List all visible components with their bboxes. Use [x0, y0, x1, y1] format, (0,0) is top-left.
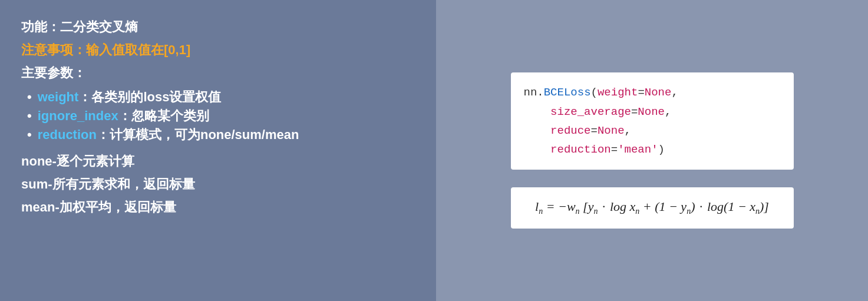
code-param1-val: None [645, 86, 672, 99]
code-funcname: BCELoss [544, 86, 591, 99]
code-indent3 [524, 124, 551, 137]
code-eq1: = [638, 86, 644, 99]
code-paren-close: ) [658, 143, 665, 156]
code-indent2 [524, 105, 551, 118]
code-eq4: = [611, 143, 618, 156]
param3-desc: ：计算模式，可为none/sum/mean [97, 126, 299, 144]
formula-block: ln = −wn [yn · log xn + (1 − yn) · log(1… [511, 187, 794, 228]
param3-line: • reduction ：计算模式，可为none/sum/mean [21, 126, 415, 144]
desc1: none-逐个元素计算 [21, 154, 134, 168]
function-value: 二分类交叉熵 [60, 19, 138, 34]
code-line3: reduce=None, [524, 121, 777, 140]
params-label-line: 主要参数： [21, 62, 415, 83]
note-value: 输入值取值在[0,1] [86, 42, 190, 57]
code-eq2: = [631, 105, 638, 118]
note-label: 注意事项： [21, 42, 86, 57]
code-param4-key: reduction [550, 143, 611, 156]
bullet2: • [27, 108, 32, 124]
right-panel: nn.BCELoss(weight=None, size_average=Non… [436, 0, 868, 301]
code-line2: size_average=None, [524, 102, 777, 121]
code-line1: nn.BCELoss(weight=None, [524, 83, 777, 102]
code-paren-open: ( [591, 86, 598, 99]
code-comma2: , [665, 105, 671, 118]
desc2-line: sum-所有元素求和，返回标量 [21, 174, 415, 194]
bullet1: • [27, 90, 32, 105]
code-prefix: nn. [524, 86, 544, 99]
code-param2-val: None [638, 105, 665, 118]
code-line4: reduction='mean') [524, 140, 777, 159]
note-line: 注意事项：输入值取值在[0,1] [21, 39, 415, 60]
desc1-line: none-逐个元素计算 [21, 151, 415, 171]
desc3: mean-加权平均，返回标量 [21, 200, 176, 214]
param2-line: • ignore_index ：忽略某个类别 [21, 107, 415, 125]
code-indent4 [524, 143, 551, 156]
desc2: sum-所有元素求和，返回标量 [21, 177, 195, 191]
formula-display: ln = −wn [yn · log xn + (1 − yn) · log(1… [535, 199, 769, 216]
code-block: nn.BCELoss(weight=None, size_average=Non… [511, 72, 794, 170]
left-panel: 功能：二分类交叉熵 注意事项：输入值取值在[0,1] 主要参数： • weigh… [0, 0, 436, 301]
code-param3-key: reduce [550, 124, 590, 137]
code-param3-val: None [598, 124, 625, 137]
param2-desc: ：忽略某个类别 [118, 107, 209, 125]
code-comma1: , [671, 86, 678, 99]
param1-line: • weight ：各类别的loss设置权值 [21, 88, 415, 106]
params-label: 主要参数： [21, 65, 86, 80]
function-label: 功能： [21, 19, 60, 34]
param3-key: reduction [38, 127, 97, 143]
code-eq3: = [591, 124, 598, 137]
code-param2-key: size_average [550, 105, 631, 118]
code-param1-key: weight [598, 86, 638, 99]
param1-desc: ：各类别的loss设置权值 [78, 88, 221, 106]
param2-key: ignore_index [38, 108, 118, 124]
bullet3: • [27, 127, 32, 143]
code-param4-val: 'mean' [618, 143, 658, 156]
function-line: 功能：二分类交叉熵 [21, 16, 415, 37]
desc3-line: mean-加权平均，返回标量 [21, 197, 415, 217]
code-comma3: , [625, 124, 631, 137]
param1-key: weight [38, 90, 79, 105]
